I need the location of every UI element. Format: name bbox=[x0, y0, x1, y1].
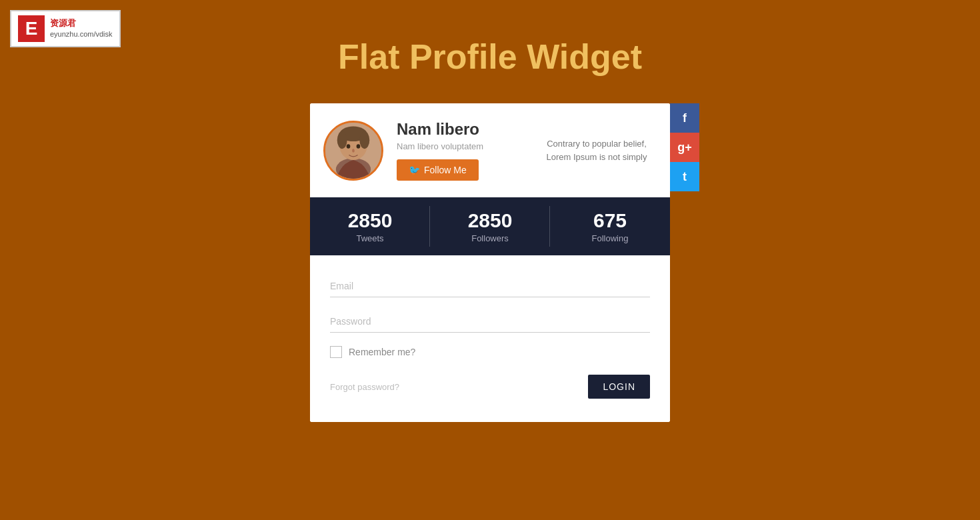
profile-header: Nam libero Nam libero voluptatem 🐦 Follo… bbox=[310, 103, 670, 197]
remember-checkbox[interactable] bbox=[330, 346, 342, 358]
followers-count: 2850 bbox=[437, 209, 543, 232]
twitter-share-button[interactable]: t bbox=[670, 162, 699, 191]
following-count: 675 bbox=[557, 209, 663, 232]
profile-bio: Contrary to popular belief, Lorem Ipsum … bbox=[537, 137, 657, 163]
stats-bar: 2850 Tweets 2850 Followers 675 Following bbox=[310, 197, 670, 255]
page-title: Flat Profile Widget bbox=[0, 0, 980, 103]
logo: E 资源君 eyunzhu.com/vdisk bbox=[10, 10, 121, 47]
widget-wrapper: f g+ t bbox=[310, 103, 670, 422]
logo-brand: 资源君 bbox=[50, 18, 113, 29]
stat-following: 675 Following bbox=[550, 197, 670, 255]
svg-point-7 bbox=[357, 144, 361, 149]
logo-letter: E bbox=[18, 15, 45, 42]
tweets-count: 2850 bbox=[317, 209, 423, 232]
email-field-wrapper bbox=[330, 275, 650, 297]
remember-row: Remember me? bbox=[330, 346, 650, 358]
logo-text: 资源君 eyunzhu.com/vdisk bbox=[50, 18, 113, 39]
googleplus-button[interactable]: g+ bbox=[670, 133, 699, 162]
profile-info: Nam libero Nam libero voluptatem 🐦 Follo… bbox=[397, 120, 523, 181]
avatar bbox=[323, 121, 383, 181]
facebook-button[interactable]: f bbox=[670, 103, 699, 133]
twitter-share-icon: t bbox=[683, 170, 687, 184]
followers-label: Followers bbox=[437, 233, 543, 243]
avatar-wrapper bbox=[323, 121, 383, 181]
remember-label: Remember me? bbox=[349, 347, 415, 357]
forgot-password-link[interactable]: Forgot password? bbox=[330, 382, 399, 392]
password-input[interactable] bbox=[330, 311, 650, 333]
twitter-icon: 🐦 bbox=[409, 165, 420, 175]
login-footer: Forgot password? LOGIN bbox=[330, 375, 650, 399]
avatar-image bbox=[325, 123, 381, 179]
profile-widget: Nam libero Nam libero voluptatem 🐦 Follo… bbox=[310, 103, 670, 422]
profile-subtitle: Nam libero voluptatem bbox=[397, 141, 523, 151]
svg-point-4 bbox=[337, 131, 347, 149]
email-input[interactable] bbox=[330, 275, 650, 297]
password-field-wrapper bbox=[330, 311, 650, 333]
login-button[interactable]: LOGIN bbox=[588, 375, 650, 399]
svg-point-5 bbox=[359, 131, 369, 149]
tweets-label: Tweets bbox=[317, 233, 423, 243]
logo-url: eyunzhu.com/vdisk bbox=[50, 29, 113, 39]
profile-name: Nam libero bbox=[397, 120, 523, 139]
follow-button[interactable]: 🐦 Follow Me bbox=[397, 159, 479, 181]
svg-point-8 bbox=[352, 149, 355, 153]
following-label: Following bbox=[557, 233, 663, 243]
stat-tweets: 2850 Tweets bbox=[310, 197, 430, 255]
stat-followers: 2850 Followers bbox=[430, 197, 550, 255]
login-section: Remember me? Forgot password? LOGIN bbox=[310, 255, 670, 422]
facebook-icon: f bbox=[683, 111, 687, 125]
svg-point-6 bbox=[347, 144, 351, 149]
social-buttons: f g+ t bbox=[670, 103, 699, 191]
googleplus-icon: g+ bbox=[677, 141, 692, 155]
